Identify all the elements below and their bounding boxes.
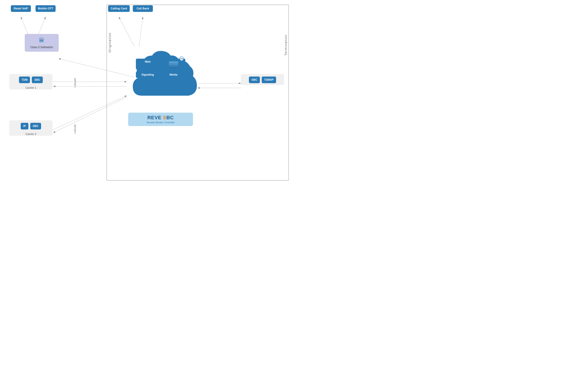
- call-back-box: Call Back: [133, 5, 153, 12]
- softswitch-label: Class 5 Softswitch: [30, 45, 53, 49]
- cloud-content: Web DB Signaling Media: [136, 59, 185, 78]
- right-carrier-inner: SBC TDM/IP: [246, 74, 279, 85]
- web-box: Web: [136, 59, 159, 69]
- carrier1-inner: TDM SBC: [16, 74, 46, 85]
- calling-card-box: Calling Card: [108, 5, 130, 12]
- sbc3-box: SBC: [249, 77, 260, 83]
- origination-label: Origination: [108, 19, 112, 52]
- signaling-box: Signaling: [136, 72, 159, 78]
- media-box: Media: [162, 72, 185, 78]
- mobile-ott-box: Mobile OTT: [35, 5, 56, 12]
- ip-box: IP: [21, 123, 28, 129]
- right-carrier-container: SBC TDM/IP: [241, 74, 284, 85]
- sip-label-1: SIP/SIP-I: [74, 78, 76, 88]
- db-badge: DB: [179, 56, 184, 61]
- reve-s: S: [163, 115, 166, 120]
- sbc1-box: SBC: [32, 77, 43, 83]
- sbc2-box: SBC: [30, 123, 41, 129]
- reve-title: REVE SBC: [133, 115, 189, 121]
- server-icon: 🏛: [39, 37, 44, 43]
- reve-sbc-label: REVE SBC Session Border Controller: [128, 113, 193, 126]
- carrier2-label: Carrier 2: [25, 133, 36, 136]
- sip-label-2: SIP/SIP-I: [74, 124, 76, 134]
- db-box: DB: [162, 59, 185, 69]
- termination-label: Termination: [284, 19, 288, 56]
- softswitch-to-retail-arrow: [21, 17, 28, 34]
- tdm-ip-box: TDM/IP: [262, 77, 276, 83]
- carrier2-container: IP SBC Carrier 2: [9, 120, 52, 136]
- carrier1-label: Carrier 1: [25, 86, 36, 90]
- diagram-container: Origination Termination Retail VoIP Mobi…: [0, 0, 294, 185]
- tdm-box: TDM: [19, 77, 30, 83]
- softswitch-to-mobile-arrow: [39, 17, 46, 34]
- reve-subtitle: Session Border Controller: [133, 121, 189, 124]
- carrier2-inner: IP SBC: [18, 120, 44, 131]
- carrier1-container: TDM SBC Carrier 1: [9, 74, 52, 90]
- cloud-container: Web DB Signaling Media: [127, 46, 198, 108]
- class5-softswitch-box: 🏛 Class 5 Softswitch: [25, 34, 59, 52]
- retail-voip-box: Retail VoIP: [11, 5, 31, 12]
- db-stack-icon: [164, 62, 183, 68]
